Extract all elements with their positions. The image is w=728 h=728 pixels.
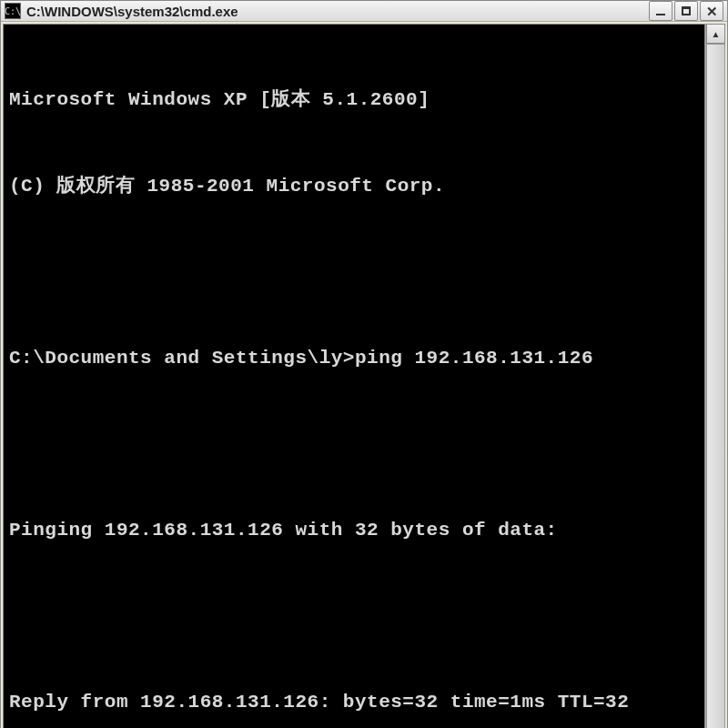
terminal-output[interactable]: Microsoft Windows XP [版本 5.1.2600] (C) 版… [3,24,705,728]
terminal-line: Microsoft Windows XP [版本 5.1.2600] [9,86,699,115]
chevron-up-icon: ▲ [712,29,721,39]
terminal-blank [9,430,699,459]
content-area: Microsoft Windows XP [版本 5.1.2600] (C) 版… [1,22,727,728]
terminal-line: Reply from 192.168.131.126: bytes=32 tim… [9,688,699,717]
cmd-window: C:\ C:\WINDOWS\system32\cmd.exe ✕ Micros… [0,0,728,728]
titlebar[interactable]: C:\ C:\WINDOWS\system32\cmd.exe ✕ [1,1,727,22]
terminal-blank [9,602,699,631]
minimize-button[interactable] [649,1,672,21]
terminal-line: Pinging 192.168.131.126 with 32 bytes of… [9,516,699,545]
maximize-button[interactable] [674,1,698,21]
cmd-icon: C:\ [5,3,21,19]
terminal-line: (C) 版权所有 1985-2001 Microsoft Corp. [9,172,699,201]
minimize-icon [656,14,665,15]
scroll-thumb[interactable] [706,44,725,728]
terminal-blank [9,258,699,287]
close-icon: ✕ [706,5,718,18]
scroll-track[interactable] [706,44,725,728]
vertical-scrollbar[interactable]: ▲ ▼ [705,24,725,728]
window-controls: ✕ [649,1,723,21]
close-button[interactable]: ✕ [700,1,723,21]
window-title: C:\WINDOWS\system32\cmd.exe [26,4,649,19]
maximize-icon [682,6,691,15]
scroll-up-button[interactable]: ▲ [706,24,725,44]
terminal-line: C:\Documents and Settings\ly>ping 192.16… [9,344,699,373]
